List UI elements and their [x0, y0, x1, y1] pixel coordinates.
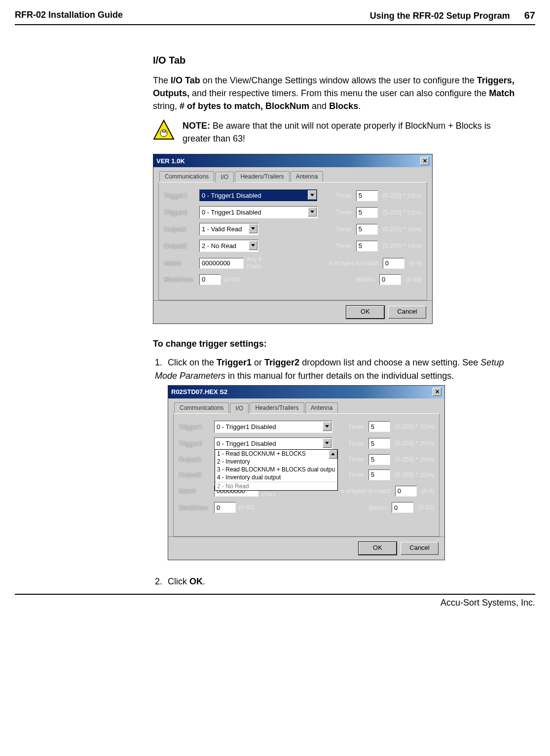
dropdown-option[interactable]: 1 - Read BLOCKNUM + BLOCKS — [215, 450, 337, 458]
dialog-title: R02STD07.HEX S2 — [171, 388, 227, 396]
output2-label: Output2 — [164, 242, 199, 250]
output1-label: Output1 — [164, 225, 199, 233]
titlebar[interactable]: VER 1.0K ✕ — [153, 154, 432, 167]
output2-value-behind: 2 - No Read — [215, 482, 337, 490]
chevron-down-icon[interactable] — [323, 422, 331, 431]
dialog-buttons: OK Cancel — [168, 537, 444, 560]
chevron-down-icon[interactable] — [249, 224, 257, 233]
close-icon[interactable]: ✕ — [433, 388, 441, 396]
page-footer: Accu-Sort Systems, Inc. — [15, 594, 535, 608]
blocks-label: Blocks — [369, 504, 392, 511]
trigger2-dropdown[interactable]: 0 - Trigger1 Disabled 1 - Read BLOCKNUM … — [214, 437, 332, 450]
trigger1-timer-input[interactable]: 5 — [368, 421, 390, 432]
trigger2-timer-input[interactable]: 5 — [356, 207, 378, 218]
output1-dropdown[interactable]: 1 - Valid Read — [199, 223, 258, 235]
timer-label: Timer — [348, 471, 368, 478]
step-1: 1.Click on the Trigger1 or Trigger2 drop… — [155, 356, 515, 382]
output2-dropdown[interactable]: 2 - No Read — [199, 240, 258, 252]
cancel-button[interactable]: Cancel — [388, 306, 426, 319]
chevron-down-icon[interactable] — [308, 190, 317, 200]
trigger2-dropdown-list[interactable]: 1 - Read BLOCKNUM + BLOCKS 2 - Inventory… — [215, 449, 338, 491]
titlebar[interactable]: R02STD07.HEX S2 ✕ — [168, 386, 444, 398]
blocknum-input[interactable]: 0 — [199, 274, 221, 285]
dropdown-option[interactable]: 4 - Inventory dual output — [215, 473, 337, 481]
trigger1-dropdown[interactable]: 0 - Trigger1 Disabled — [199, 189, 318, 202]
warning-icon — [153, 119, 175, 144]
dialog-title: VER 1.0K — [156, 157, 185, 165]
trigger2-label: Trigger2 — [164, 209, 199, 216]
bytes-to-match-label: # of bytes to match — [329, 260, 382, 267]
trigger1-dropdown[interactable]: 0 - Trigger1 Disabled — [214, 421, 332, 433]
io-panel: Trigger1 0 - Trigger1 Disabled Timer 5 (… — [173, 413, 440, 537]
chevron-down-icon[interactable] — [323, 438, 331, 448]
timer-label: Timer — [348, 440, 368, 447]
output1-timer-input[interactable]: 5 — [356, 224, 378, 235]
ok-button[interactable]: OK — [346, 306, 384, 319]
trigger1-label: Trigger1 — [179, 423, 214, 431]
svg-point-1 — [160, 130, 167, 137]
ok-button[interactable]: OK — [359, 542, 397, 555]
header-left: RFR-02 Installation Guide — [15, 10, 123, 21]
settings-dialog-2: R02STD07.HEX S2 ✕ Communications I/O Hea… — [168, 385, 445, 560]
intro-paragraph: The I/O Tab on the View/Change Settings … — [153, 74, 515, 112]
close-icon[interactable]: ✕ — [420, 157, 429, 165]
match-input[interactable]: 00000000 — [199, 258, 244, 269]
tab-headers-trailers[interactable]: Headers/Trailers — [250, 402, 304, 413]
blocknum-label: BlockNum — [164, 276, 199, 283]
bytes-to-match-input[interactable]: 0 — [383, 258, 404, 269]
page-number: 67 — [524, 10, 535, 21]
tab-row: Communications I/O Headers/Trailers Ante… — [153, 167, 432, 182]
tab-io[interactable]: I/O — [230, 403, 249, 414]
match-label: Match — [179, 487, 214, 495]
dropdown-option[interactable]: 2 - Inventory — [215, 458, 337, 466]
trigger1-timer-input[interactable]: 5 — [356, 190, 378, 201]
tab-io[interactable]: I/O — [215, 172, 234, 182]
note-block: NOTE: Be aware that the unit will not op… — [153, 119, 515, 145]
dropdown-option[interactable]: 3 - Read BLOCKNUM + BLOCKS dual outpu — [215, 466, 337, 473]
timer-label: Timer — [336, 242, 356, 250]
cancel-button[interactable]: Cancel — [401, 542, 439, 555]
match-label: Match — [164, 259, 199, 267]
section-title: I/O Tab — [153, 55, 515, 66]
tab-antenna[interactable]: Antenna — [305, 402, 338, 413]
chevron-down-icon[interactable] — [249, 241, 257, 250]
tab-antenna[interactable]: Antenna — [291, 171, 324, 182]
timer-label: Timer — [336, 192, 356, 199]
bytes-to-match-label: # of bytes to match — [341, 488, 395, 495]
note-label: NOTE: — [183, 121, 210, 131]
blocks-input[interactable]: 0 — [392, 502, 413, 513]
trigger1-label: Trigger1 — [164, 192, 199, 199]
trigger2-label: Trigger2 — [179, 440, 214, 447]
trigger2-dropdown[interactable]: 0 - Trigger1 Disabled — [199, 206, 318, 218]
blocks-label: Blocks — [357, 276, 379, 283]
timer-hint: (5-255) * 10ms — [383, 192, 422, 199]
dialog-buttons: OK Cancel — [153, 300, 432, 324]
header-right: Using the RFR-02 Setup Program 67 — [370, 10, 535, 21]
trigger2-timer-input[interactable]: 5 — [368, 438, 390, 449]
step-2: 2.Click OK. — [155, 575, 515, 588]
blocknum-input[interactable]: 0 — [214, 502, 236, 513]
tab-row: Communications I/O Headers/Trailers Ante… — [168, 398, 444, 413]
scroll-up-icon[interactable] — [329, 450, 337, 459]
timer-label: Timer — [348, 456, 368, 463]
page-header: RFR-02 Installation Guide Using the RFR-… — [15, 10, 535, 25]
output1-timer-input[interactable]: 5 — [368, 454, 390, 465]
blocks-input[interactable]: 0 — [379, 274, 401, 285]
sub-heading: To change trigger settings: — [153, 339, 515, 349]
tab-communications[interactable]: Communications — [174, 402, 229, 413]
output2-label: Output2 — [179, 471, 214, 478]
tab-headers-trailers[interactable]: Headers/Trailers — [235, 171, 289, 182]
output1-label: Output1 — [179, 456, 214, 463]
timer-label: Timer — [336, 209, 356, 216]
bytes-to-match-input[interactable]: 0 — [395, 486, 417, 497]
tab-communications[interactable]: Communications — [159, 171, 214, 182]
any8-hint: Any 8 chars — [247, 256, 267, 269]
chevron-down-icon[interactable] — [308, 207, 317, 216]
io-panel: Trigger1 0 - Trigger1 Disabled Timer 5 (… — [158, 182, 427, 300]
timer-label: Timer — [348, 423, 368, 431]
output2-timer-input[interactable]: 5 — [356, 241, 378, 252]
output2-timer-input[interactable]: 5 — [368, 469, 390, 480]
blocknum-label: BlockNum — [179, 504, 214, 511]
timer-label: Timer — [336, 225, 356, 233]
note-text: Be aware that the unit will not operate … — [183, 121, 491, 144]
